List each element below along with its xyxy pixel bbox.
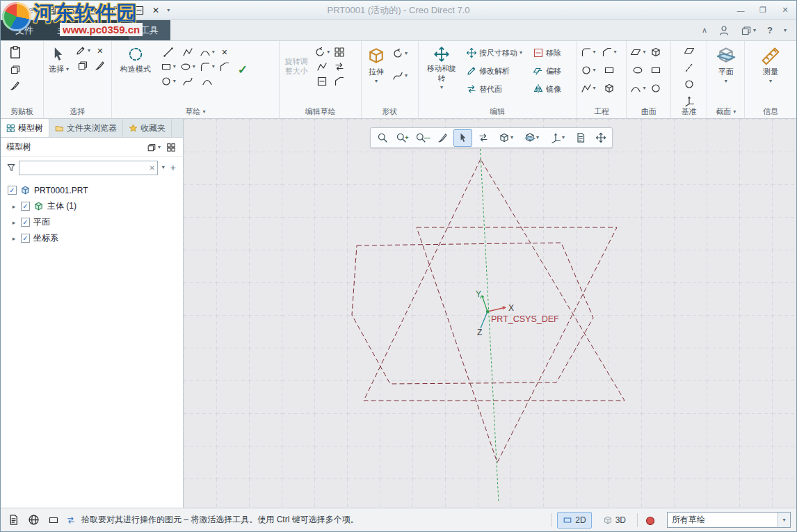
sketch-chamfer-icon[interactable]	[218, 61, 232, 73]
section-plane-button[interactable]: 平面 ▾	[714, 45, 739, 86]
tab-favorites[interactable]: 收藏夹	[123, 119, 172, 137]
cancel-button[interactable]: ✕	[151, 5, 161, 16]
csys-name-label[interactable]: PRT_CSYS_DEF	[491, 314, 559, 324]
checkbox-checked[interactable]: ✓	[8, 186, 17, 195]
mirror-button[interactable]: 镜像	[531, 83, 563, 95]
extrude-button[interactable]: 拉伸 ▾	[364, 45, 389, 86]
tree-row-planes[interactable]: ▸ ✓ 平面	[1, 214, 183, 230]
surface-cube-button[interactable]	[649, 46, 663, 58]
move-by-dimension-button[interactable]: 按尺寸移动▾	[465, 47, 524, 59]
sketch-spline-icon[interactable]	[179, 75, 197, 88]
clear-search-icon[interactable]: ✕	[147, 164, 158, 172]
triangle-up[interactable]	[364, 159, 625, 401]
select-filter-button[interactable]: ▾	[74, 45, 92, 57]
undo-button[interactable]: ▾	[63, 4, 81, 17]
zoom-in-button[interactable]: +	[393, 129, 412, 147]
help-button[interactable]: ?	[766, 24, 774, 36]
sketch-circle-icon[interactable]: ▾	[159, 75, 177, 88]
sketch-ok-icon[interactable]: ✓	[238, 63, 248, 77]
tab-file[interactable]: 文件	[3, 20, 45, 40]
construction-mode-button[interactable]: 构造模式	[114, 45, 157, 76]
sketch-line-icon[interactable]	[159, 46, 177, 58]
minimize-ribbon-button[interactable]: ∧	[700, 25, 709, 35]
chamfer-button[interactable]: ▾	[600, 46, 618, 58]
datum-display-button[interactable]: ▾	[545, 129, 570, 147]
trim-sketch-icon[interactable]	[313, 61, 331, 73]
copy-button[interactable]	[8, 63, 22, 76]
revolve-button[interactable]: ▾	[391, 47, 409, 60]
paste-button[interactable]	[7, 45, 24, 60]
tab-folder-browser[interactable]: 文件夹浏览器	[49, 119, 123, 137]
triangle-down[interactable]	[417, 227, 617, 462]
sketch-ellipse-icon[interactable]: ▾	[179, 61, 197, 73]
sweep-button[interactable]: ▾	[391, 70, 409, 82]
close-button[interactable]: ✕	[774, 2, 796, 19]
select-mode-button[interactable]	[453, 129, 472, 147]
sketch-rectangle-icon[interactable]: ▾	[159, 61, 177, 73]
drawing-tray-icon[interactable]	[47, 514, 61, 526]
accept-button[interactable]	[132, 4, 146, 17]
select-button[interactable]: 选择▾	[46, 45, 72, 76]
sketch-fillet-icon[interactable]: ▾	[198, 61, 216, 73]
sketch-grid-icon[interactable]	[332, 46, 346, 58]
shell-button[interactable]	[600, 64, 618, 76]
refit-button[interactable]	[373, 129, 392, 147]
surface-plane-button[interactable]: ▾	[629, 46, 647, 58]
sketch-polyline-icon[interactable]	[179, 46, 197, 58]
select-clear-button[interactable]: ✕	[93, 46, 107, 56]
tree-row-part[interactable]: ✓ PRT0001.PRT	[1, 182, 183, 198]
share-button[interactable]: ▾	[739, 24, 757, 37]
zoom-out-button[interactable]: —	[413, 129, 432, 147]
repaint-button[interactable]	[433, 129, 452, 147]
tab-model-tree[interactable]: 模型树	[1, 119, 49, 137]
rib-button[interactable]: ▾	[579, 82, 597, 95]
flyout-arrow-icon[interactable]: ▾	[202, 109, 205, 115]
user-account-icon[interactable]	[717, 24, 731, 37]
datum-plane-button[interactable]	[682, 45, 696, 57]
search-options-arrow[interactable]: ▾	[161, 164, 166, 171]
surface-rect-button[interactable]	[649, 64, 663, 76]
sketch-delete-icon[interactable]: ✕	[218, 47, 232, 58]
rotate-resize-button[interactable]: 旋转调整大小	[282, 57, 311, 76]
window-manager-button[interactable]: ▾	[109, 4, 127, 17]
web-browser-icon[interactable]	[26, 513, 41, 526]
sketch-arc-icon[interactable]: ▾	[198, 46, 216, 58]
offset-button[interactable]: 偏移	[531, 65, 563, 77]
surface-ellipse-button[interactable]	[629, 64, 647, 76]
mode-2d-button[interactable]: 2D	[557, 512, 591, 529]
expander-icon[interactable]: ▸	[10, 219, 17, 226]
divide-sketch-icon[interactable]	[313, 75, 331, 88]
mode-3d-button[interactable]: 3D	[597, 512, 631, 529]
select-layers-button[interactable]	[74, 59, 92, 72]
help-menu-arrow[interactable]: ▾	[782, 27, 788, 34]
tree-search-input[interactable]	[19, 161, 158, 175]
checkbox-checked[interactable]: ✓	[21, 234, 30, 243]
format-painter-button[interactable]	[8, 79, 22, 92]
spin-center-button[interactable]	[591, 129, 610, 147]
move-rotate-button[interactable]: 移动和旋转 ▾	[421, 45, 462, 92]
hole-button[interactable]: ▾	[579, 64, 597, 76]
sketch-arc2-icon[interactable]	[198, 75, 216, 88]
expander-icon[interactable]: ▸	[10, 235, 17, 242]
draft-button[interactable]	[600, 82, 618, 95]
redo-button[interactable]: ▾	[86, 4, 104, 17]
chevron-down-icon[interactable]: ▾	[778, 513, 790, 527]
expander-icon[interactable]: ▸	[10, 203, 17, 210]
tree-row-body[interactable]: ▸ ✓ 主体 (1)	[1, 198, 183, 214]
annotation-display-button[interactable]	[571, 129, 590, 147]
surface-arc-button[interactable]: ▾	[629, 82, 647, 95]
customize-qat-button[interactable]: ▾	[166, 7, 171, 14]
measure-button[interactable]: 测量 ▾	[758, 45, 783, 86]
maximize-button[interactable]: ❐	[752, 2, 774, 19]
remove-button[interactable]: 移除	[531, 47, 563, 59]
minimize-button[interactable]: —	[730, 2, 752, 19]
datum-point-button[interactable]	[682, 78, 696, 90]
flyout-arrow-icon[interactable]: ▾	[733, 109, 736, 115]
sketch-filter-combobox[interactable]: 所有草绘 ▾	[667, 512, 791, 528]
saved-orientations-button[interactable]: ▾	[494, 129, 518, 147]
save-button[interactable]	[45, 4, 58, 17]
checkbox-checked[interactable]: ✓	[21, 202, 30, 211]
hexagon[interactable]	[352, 243, 593, 384]
datum-axis-button[interactable]	[682, 61, 696, 74]
datum-csys-button[interactable]	[682, 95, 696, 107]
